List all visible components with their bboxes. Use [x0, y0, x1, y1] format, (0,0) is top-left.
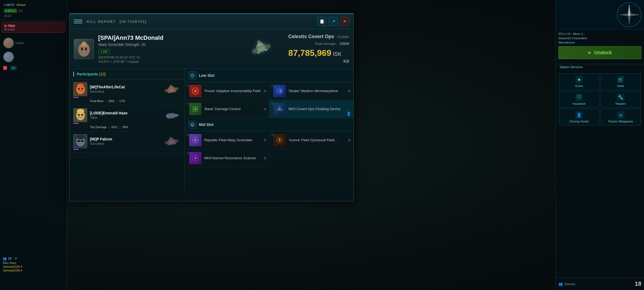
victim-location: YALR-F < ZYR-NF < Impass	[98, 60, 240, 64]
avatar-row-3[interactable]: ! 0%	[2, 64, 65, 72]
p1-corp-bar	[73, 97, 181, 98]
victim-section: [SPAI]Ann73 McDonald Warp Scramble Stren…	[69, 29, 353, 69]
adaptive-icon-svg	[191, 87, 199, 95]
svg-point-2	[82, 42, 86, 46]
module-2-name: 'Basic' Damage Control	[204, 107, 240, 111]
module-scanner-qty: 1	[187, 151, 189, 154]
left-sidebar: J-SM7D Wicked 4-EFLU 0.5 22:23 X-7BIX 36…	[0, 0, 67, 290]
hamburger-line-3	[74, 23, 82, 23]
red-indicator: !	[3, 66, 7, 70]
participant-2-info: [LODE]Emerald Haze Talos	[90, 111, 127, 119]
module-aurora-icon	[273, 134, 286, 146]
participant-item-3[interactable]: [MI]P Falcon Succubus	[69, 132, 185, 153]
module-0-icon	[189, 85, 202, 97]
p2-percent: 39%	[122, 125, 128, 129]
module-3-name: MK5 Covert Ops Cloaking Device	[288, 107, 341, 111]
participant-3-info: [MI]P Falcon Succubus	[90, 137, 112, 146]
close-button[interactable]: ✕	[340, 17, 349, 26]
participant-3-top: [MI]P Falcon Succubus	[73, 134, 181, 148]
module-3-icon	[273, 103, 286, 115]
module-scanner-remove[interactable]: ✕	[263, 156, 267, 161]
undock-label: Undock	[594, 50, 612, 56]
module-1-remove[interactable]: ✕	[347, 89, 351, 94]
counter-badge: 0%	[10, 66, 17, 70]
warp-icon-svg	[191, 136, 199, 144]
svg-marker-75	[619, 13, 629, 16]
p1-separator2: |	[116, 99, 117, 103]
guests-icon: 👥	[558, 282, 563, 286]
service-insurance[interactable]: 🛡 Insurance	[559, 91, 599, 108]
right-bottom: 👥 Guests 18	[556, 277, 644, 290]
top-nav: J-SM7D Wicked	[2, 2, 65, 8]
participant-3-avatar	[73, 134, 87, 148]
module-damage-control[interactable]: 1 'Basic' Damage Control ✕	[185, 100, 269, 118]
module-adaptive[interactable]: 1 'Posse' Adaptive Invulnerability Field…	[185, 82, 269, 100]
chat-icons-row: 👥 19 ✉	[3, 256, 64, 261]
module-dealer[interactable]: 1 'Dealer' Medium Microwarpdrive ✕	[269, 82, 353, 100]
p2-face	[74, 108, 87, 122]
external-button[interactable]: ↗	[329, 17, 338, 26]
succubus-svg-1	[162, 83, 181, 95]
ship-image	[240, 33, 283, 65]
module-aurora-remove[interactable]: ✕	[347, 138, 351, 143]
ship-svg	[243, 34, 280, 64]
module-3-person-icon: 👤	[346, 111, 351, 116]
p2-bar	[73, 123, 79, 124]
guests-label: Guests	[564, 282, 575, 286]
undock-button[interactable]: » Undock	[558, 46, 641, 59]
isk-unit: ISK	[333, 51, 342, 57]
p2-ship: Talos	[90, 116, 127, 119]
p1-stat-label: Final Blow	[90, 99, 104, 103]
low-slot-title: Low Slot	[199, 73, 214, 78]
panel-header: KILL REPORT [ID:7336753] 📋 ↗ ✕	[69, 14, 353, 29]
nav-item-jumps: 36 jumps	[4, 28, 63, 31]
module-scanner[interactable]: 1 MK9 Narrow Resonance Scan	[185, 149, 269, 167]
service-faction[interactable]: ⚔ Faction Wargames	[601, 109, 641, 125]
kill-info-right: Celestis Covert Ops Cruiser Total damage…	[283, 34, 349, 64]
insurance-icon: 🛡	[575, 93, 583, 101]
module-aurora[interactable]: 1 'Aurora' Fleet Cynosural	[269, 131, 353, 149]
svg-point-39	[77, 135, 84, 140]
low-slot-icon: ▼	[189, 72, 196, 79]
p1-percent: 17%	[119, 99, 125, 103]
svg-point-18	[78, 88, 80, 90]
kill-report-id: [ID:7336753]	[120, 20, 147, 24]
svg-point-76	[628, 14, 630, 16]
p2-name: [LODE]Emerald Haze	[90, 111, 127, 115]
module-2-remove[interactable]: ✕	[263, 107, 267, 112]
location-line-1: EFLU VII - Moon 3 -	[558, 32, 641, 35]
module-warp-remove[interactable]: ✕	[263, 138, 267, 143]
module-0-qty: 1	[187, 84, 189, 87]
guests-row: 👥 Guests 18	[558, 280, 641, 287]
service-cloning[interactable]: 👤 Cloning Center	[559, 109, 599, 125]
avatar-row-2[interactable]	[2, 50, 65, 64]
header-bar	[73, 72, 74, 77]
mid-slot-header: ▬ Mid Slot	[185, 118, 353, 131]
repairs-icon: 🔧	[617, 93, 624, 101]
svg-rect-36	[77, 140, 80, 142]
svg-marker-74	[628, 15, 631, 26]
p3-name: [MI]P Falcon	[90, 137, 112, 141]
module-warp-scrambler[interactable]: 1 Republic Fleet Warp Scram	[185, 131, 269, 149]
service-repairs[interactable]: 🔧 Repairs	[601, 91, 641, 108]
avatar-row-1[interactable]: LUCA...	[2, 36, 65, 50]
nav-item-label: X-7BIX	[4, 24, 63, 28]
avatar-list: LUCA... ! 0%	[0, 34, 67, 74]
victim-info: [SPAI]Ann73 McDonald Warp Scramble Stren…	[98, 34, 240, 64]
system2[interactable]: 4-EFLU	[4, 9, 17, 13]
service-event[interactable]: ★ Event	[559, 73, 599, 90]
participant-item-2[interactable]: [LODE]Emerald Haze Talos	[69, 106, 185, 132]
module-cloaking[interactable]: 1 MK5 Covert Ops Cloaking Device 👤	[269, 100, 353, 118]
nav-item-x7bix[interactable]: X-7BIX 36 jumps	[2, 22, 65, 33]
scanner-icon-svg	[191, 154, 199, 162]
module-0-remove[interactable]: ✕	[263, 89, 267, 94]
svg-rect-65	[279, 138, 280, 139]
copy-button[interactable]: 📋	[317, 17, 327, 26]
p1-damage: 1881	[108, 99, 115, 103]
sidebar-top: J-SM7D Wicked 4-EFLU 0.5 22:23	[0, 0, 67, 20]
module-0-name: 'Posse' Adaptive Invulnerability Field	[204, 89, 260, 93]
service-store[interactable]: 🛒 Store	[601, 73, 641, 90]
participant-item-1[interactable]: [MI]TheAfterLifeCat Succubus	[69, 79, 185, 106]
hamburger-button[interactable]	[74, 17, 82, 26]
avatar-1-name: LUCA...	[16, 41, 26, 45]
